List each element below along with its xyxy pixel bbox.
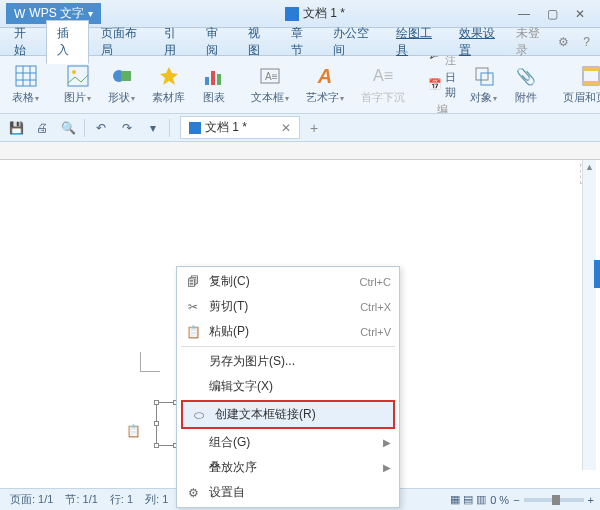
ribbon-material[interactable]: 素材库 bbox=[146, 64, 192, 105]
ribbon-table[interactable]: 表格▾ bbox=[6, 64, 46, 105]
svg-rect-16 bbox=[481, 73, 493, 85]
ribbon-insert-stack: 💬批注 📅日期 #编号 bbox=[424, 56, 460, 114]
ribbon: 表格▾ 图片▾ 形状▾ 素材库 图表 A≡ 文本框▾ A 艺术字▾ A≡ 首字下… bbox=[0, 56, 600, 114]
doc-icon bbox=[285, 7, 299, 21]
svg-rect-19 bbox=[583, 81, 599, 85]
menu-office[interactable]: 办公空间 bbox=[323, 21, 384, 63]
svg-rect-5 bbox=[68, 66, 88, 86]
paste-icon: 📋 bbox=[185, 324, 201, 340]
shape-icon bbox=[110, 64, 134, 88]
picture-icon bbox=[66, 64, 90, 88]
horizontal-ruler[interactable] bbox=[0, 142, 600, 160]
ribbon-header-footer[interactable]: 页眉和页脚 bbox=[557, 64, 600, 105]
ribbon-wordart[interactable]: A 艺术字▾ bbox=[300, 64, 351, 105]
minimize-button[interactable]: — bbox=[510, 4, 538, 24]
textbox-icon: A≡ bbox=[258, 64, 282, 88]
svg-rect-15 bbox=[476, 68, 488, 80]
svg-rect-18 bbox=[583, 67, 599, 71]
document-tab[interactable]: 文档 1 * ✕ bbox=[180, 116, 300, 139]
object-icon bbox=[472, 64, 496, 88]
qat-undo[interactable]: ↶ bbox=[89, 117, 113, 139]
zoom-out[interactable]: − bbox=[513, 494, 519, 506]
window-title: 文档 1 * bbox=[303, 5, 345, 22]
doc-tab-icon bbox=[189, 122, 201, 134]
svg-point-6 bbox=[72, 70, 76, 74]
attach-icon: 📎 bbox=[514, 64, 538, 88]
quick-access-bar: 💾 🖨 🔍 ↶ ↷ ▾ 文档 1 * ✕ + bbox=[0, 114, 600, 142]
copy-icon: 🗐 bbox=[185, 274, 201, 290]
menu-start[interactable]: 开始 bbox=[4, 21, 44, 63]
menu-bar: 开始 插入 页面布局 引用 审阅 视图 章节 办公空间 绘图工具 效果设置 未登… bbox=[0, 28, 600, 56]
cm-copy[interactable]: 🗐复制(C)Ctrl+C bbox=[177, 269, 399, 294]
cm-edit-text[interactable]: 编辑文字(X) bbox=[177, 374, 399, 399]
zoom-in[interactable]: + bbox=[588, 494, 594, 506]
wordart-icon: A bbox=[313, 64, 337, 88]
status-page[interactable]: 页面: 1/1 bbox=[6, 492, 57, 507]
menu-insert[interactable]: 插入 bbox=[46, 20, 88, 64]
close-button[interactable]: ✕ bbox=[566, 4, 594, 24]
qat-save[interactable]: 💾 bbox=[4, 117, 28, 139]
dropcap-icon: A≡ bbox=[371, 64, 395, 88]
header-footer-icon bbox=[579, 64, 601, 88]
status-col[interactable]: 列: 1 bbox=[141, 492, 172, 507]
qat-redo[interactable]: ↷ bbox=[115, 117, 139, 139]
svg-marker-9 bbox=[160, 67, 178, 85]
cm-paste[interactable]: 📋粘贴(P)Ctrl+V bbox=[177, 319, 399, 344]
status-section[interactable]: 节: 1/1 bbox=[61, 492, 101, 507]
svg-text:A≡: A≡ bbox=[265, 71, 278, 82]
link-icon: ⬭ bbox=[191, 407, 207, 423]
qat-print[interactable]: 🖨 bbox=[30, 117, 54, 139]
cm-group[interactable]: 组合(G)▶ bbox=[177, 430, 399, 455]
login-status[interactable]: 未登录 bbox=[512, 25, 551, 59]
vertical-scrollbar[interactable]: ▲ bbox=[582, 160, 596, 470]
ribbon-chart[interactable]: 图表 bbox=[196, 64, 233, 105]
settings-icon[interactable]: ⚙ bbox=[552, 35, 575, 49]
maximize-button[interactable]: ▢ bbox=[538, 4, 566, 24]
resize-handle[interactable] bbox=[154, 400, 159, 405]
add-tab-button[interactable]: + bbox=[302, 120, 326, 136]
table-icon bbox=[14, 64, 38, 88]
ribbon-attach[interactable]: 📎 附件 bbox=[508, 64, 545, 105]
zoom-control[interactable]: ▦ ▤ ▥ 0 % − + bbox=[450, 493, 594, 506]
paste-options-icon[interactable]: 📋 bbox=[126, 424, 140, 438]
menu-view[interactable]: 视图 bbox=[238, 21, 278, 63]
svg-rect-8 bbox=[121, 71, 131, 81]
menu-ref[interactable]: 引用 bbox=[154, 21, 194, 63]
svg-rect-12 bbox=[217, 74, 221, 85]
view-mode-icons[interactable]: ▦ ▤ ▥ bbox=[450, 493, 486, 506]
ribbon-number: #编号 bbox=[428, 102, 456, 115]
resize-handle[interactable] bbox=[154, 421, 159, 426]
ribbon-dropcap[interactable]: A≡ 首字下沉 bbox=[355, 64, 412, 105]
cm-auto-set[interactable]: ⚙设置自 bbox=[177, 480, 399, 505]
gear-icon: ⚙ bbox=[185, 485, 201, 501]
ribbon-comment: 💬批注 bbox=[428, 56, 456, 68]
cm-separator bbox=[181, 346, 395, 347]
doc-tab-label: 文档 1 * bbox=[205, 119, 247, 136]
close-tab-icon[interactable]: ✕ bbox=[281, 121, 291, 135]
cm-cut[interactable]: ✂剪切(T)Ctrl+X bbox=[177, 294, 399, 319]
svg-rect-11 bbox=[211, 71, 215, 85]
svg-rect-0 bbox=[16, 66, 36, 86]
cm-create-textbox-link[interactable]: ⬭创建文本框链接(R) bbox=[183, 402, 393, 427]
star-icon bbox=[157, 64, 181, 88]
help-icon[interactable]: ? bbox=[577, 35, 596, 49]
cut-icon: ✂ bbox=[185, 299, 201, 315]
qat-more[interactable]: ▾ bbox=[141, 117, 165, 139]
resize-handle[interactable] bbox=[154, 443, 159, 448]
zoom-slider-track[interactable] bbox=[524, 498, 584, 502]
ribbon-shape[interactable]: 形状▾ bbox=[102, 64, 142, 105]
ribbon-textbox[interactable]: A≡ 文本框▾ bbox=[245, 64, 296, 105]
ribbon-date[interactable]: 📅日期 bbox=[428, 70, 456, 100]
menu-layout[interactable]: 页面布局 bbox=[91, 21, 152, 63]
chart-icon bbox=[202, 64, 226, 88]
cm-save-as-pic[interactable]: 另存为图片(S)... bbox=[177, 349, 399, 374]
status-line[interactable]: 行: 1 bbox=[106, 492, 137, 507]
qat-preview[interactable]: 🔍 bbox=[56, 117, 80, 139]
zoom-label: 0 % bbox=[490, 494, 509, 506]
ribbon-picture[interactable]: 图片▾ bbox=[58, 64, 98, 105]
side-panel-tab[interactable] bbox=[594, 260, 600, 288]
ribbon-object[interactable]: 对象▾ bbox=[464, 64, 504, 105]
menu-chapter[interactable]: 章节 bbox=[281, 21, 321, 63]
cm-order[interactable]: 叠放次序▶ bbox=[177, 455, 399, 480]
menu-review[interactable]: 审阅 bbox=[196, 21, 236, 63]
